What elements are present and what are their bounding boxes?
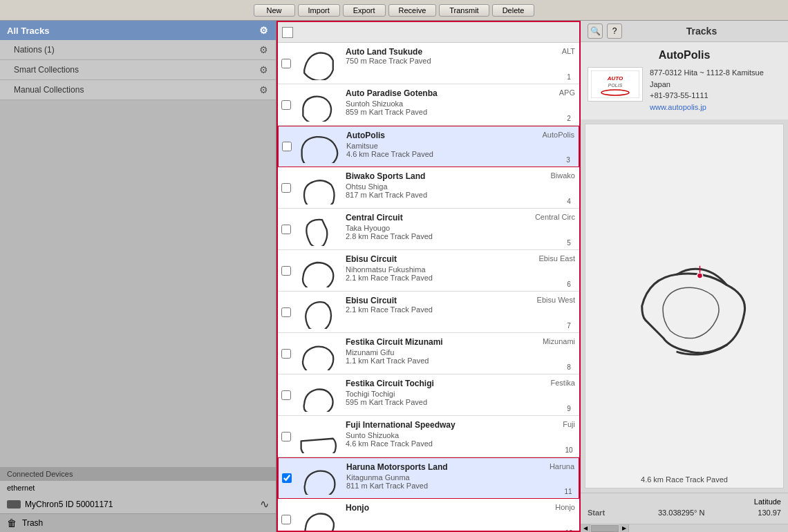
trash-icon: 🗑 <box>7 517 17 529</box>
track-checkbox-4[interactable] <box>278 209 294 249</box>
track-row[interactable]: Haruna Motorsports Land Kitagunma Gunma … <box>278 457 579 499</box>
track-row[interactable]: Ebisu Circuit 2.1 km Race Track Paved Eb… <box>278 292 579 333</box>
checkbox-4[interactable] <box>281 225 291 234</box>
track-checkbox-5[interactable] <box>278 250 294 291</box>
track-info-3: Biwako Sports Land Ohtsu Shiga 817 m Kar… <box>343 167 559 208</box>
track-code-4: Central Circ <box>535 213 575 221</box>
detail-stats: Latitude Start 33.038295° N 130.97 <box>581 493 788 524</box>
track-info-1: Auto Paradise Gotenba Suntoh Shizuoka 85… <box>343 84 559 125</box>
track-details-9: 4.6 km Race Track Paved <box>346 439 556 448</box>
track-row[interactable]: Central Circuit Taka Hyougo 2.8 km Race … <box>278 209 579 250</box>
track-row[interactable]: Auto Land Tsukude 750 m Race Track Paved… <box>278 43 579 84</box>
scroll-left-arrow[interactable]: ◀ <box>581 524 590 533</box>
track-list[interactable]: Auto Land Tsukude 750 m Race Track Paved… <box>278 43 579 531</box>
track-image-10 <box>295 458 344 498</box>
track-row[interactable]: Festika Circuit Mizunami Mizunami Gifu 1… <box>278 333 579 374</box>
track-image-6 <box>294 292 343 332</box>
track-checkbox-0[interactable] <box>278 43 294 84</box>
checkbox-7[interactable] <box>281 349 291 359</box>
track-location-1: Suntoh Shizuoka <box>346 99 556 108</box>
checkbox-9[interactable] <box>281 432 291 441</box>
track-info-7: Festika Circuit Mizunami Mizunami Gifu 1… <box>343 333 559 374</box>
receive-button[interactable]: Receive <box>388 4 437 17</box>
track-list-area: Auto Land Tsukude 750 m Race Track Paved… <box>276 21 581 532</box>
all-tracks-gear-icon[interactable]: ⚙ <box>258 25 269 36</box>
track-svg-6 <box>298 296 339 329</box>
track-info-2: AutoPolis Kamitsue 4.6 km Race Track Pav… <box>344 126 558 167</box>
track-code-3: Biwako <box>551 171 575 180</box>
track-code-1: APG <box>559 88 575 97</box>
main-layout: All Tracks ⚙ Nations (1) ⚙ Smart Collect… <box>0 21 788 532</box>
horizontal-scrollbar[interactable]: ◀ ▶ <box>581 524 788 532</box>
manual-collections-gear-icon[interactable]: ⚙ <box>258 84 269 95</box>
import-button[interactable]: Import <box>298 4 340 17</box>
select-all-checkbox[interactable] <box>282 27 293 38</box>
checkbox-10[interactable] <box>282 473 292 483</box>
all-tracks-header[interactable]: All Tracks ⚙ <box>0 21 276 40</box>
checkbox-3[interactable] <box>281 183 291 193</box>
track-details-0: 750 m Race Track Paved <box>346 57 556 65</box>
delete-button[interactable]: Delete <box>492 4 535 17</box>
track-row[interactable]: Ebisu Circuit Nihonmatsu Fukushima 2.1 k… <box>278 250 579 292</box>
track-checkbox-6[interactable] <box>278 292 294 332</box>
track-location-10: Kitagunma Gunma <box>346 473 555 482</box>
connected-devices-header: Connected Devices <box>0 467 276 481</box>
track-checkbox-11[interactable] <box>278 499 294 531</box>
track-row[interactable]: Fuji International Speedway Sunto Shizuo… <box>278 416 579 457</box>
device-icon <box>7 500 21 509</box>
latitude-value: 33.038295° N <box>658 509 704 517</box>
map-label: 4.6 km Race Track Paved <box>585 475 783 484</box>
track-row[interactable]: Festika Circuit Tochigi Tochigi Tochigi … <box>278 374 579 416</box>
track-svg-5 <box>298 254 339 287</box>
track-code-8: Festika <box>551 379 575 387</box>
track-checkbox-8[interactable] <box>278 374 294 415</box>
track-checkbox-10[interactable] <box>279 458 295 498</box>
track-row[interactable]: Biwako Sports Land Ohtsu Shiga 817 m Kar… <box>278 167 579 209</box>
new-button[interactable]: New <box>254 4 295 17</box>
track-row[interactable]: AutoPolis Kamitsue 4.6 km Race Track Pav… <box>278 126 579 167</box>
track-name-11: Honjo <box>346 503 556 513</box>
website-link[interactable]: www.autopolis.jp <box>650 103 706 111</box>
track-checkbox-3[interactable] <box>278 167 294 208</box>
track-checkbox-1[interactable] <box>278 84 294 125</box>
checkbox-8[interactable] <box>281 390 291 400</box>
track-row[interactable]: Auto Paradise Gotenba Suntoh Shizuoka 85… <box>278 84 579 126</box>
smart-collections-item[interactable]: Smart Collections ⚙ <box>0 60 276 80</box>
manual-collections-item[interactable]: Manual Collections ⚙ <box>0 80 276 100</box>
track-image-2 <box>295 126 344 167</box>
checkbox-5[interactable] <box>281 266 291 276</box>
track-details-5: 2.1 km Race Track Paved <box>346 274 556 282</box>
transmit-button[interactable]: Transmit <box>439 4 489 17</box>
track-location-2: Kamitsue <box>346 142 555 150</box>
trash-item[interactable]: 🗑 Trash <box>0 513 276 532</box>
track-checkbox-7[interactable] <box>278 333 294 374</box>
nations-gear-icon[interactable]: ⚙ <box>258 44 269 55</box>
track-checkbox-9[interactable] <box>278 416 294 457</box>
smart-collections-gear-icon[interactable]: ⚙ <box>258 64 269 75</box>
track-info-6: Ebisu Circuit 2.1 km Race Track Paved <box>343 292 559 332</box>
checkbox-11[interactable] <box>281 515 291 524</box>
scroll-thumb[interactable] <box>591 525 619 532</box>
all-tracks-label: All Tracks <box>7 26 49 36</box>
search-icon[interactable]: 🔍 <box>588 23 603 39</box>
track-row[interactable]: Honjo Honjo 12 <box>278 499 579 531</box>
scroll-right-arrow[interactable]: ▶ <box>619 524 629 533</box>
checkbox-6[interactable] <box>281 307 291 317</box>
checkbox-0[interactable] <box>281 59 291 68</box>
track-name-0: Auto Land Tsukude <box>346 47 556 57</box>
nations-item[interactable]: Nations (1) ⚙ <box>0 40 276 60</box>
checkbox-1[interactable] <box>281 100 291 110</box>
checkbox-2[interactable] <box>282 142 292 151</box>
track-details-8: 595 m Kart Track Paved <box>346 398 556 406</box>
track-checkbox-2[interactable] <box>279 126 295 167</box>
phone: +81-973-55-1111 <box>650 90 764 102</box>
track-svg-8 <box>298 379 339 412</box>
track-info-11: Honjo <box>343 499 559 531</box>
logo-box: AUTO POLIS <box>588 67 643 102</box>
track-name-10: Haruna Motorsports Land <box>346 462 555 472</box>
track-name-8: Festika Circuit Tochigi <box>346 379 556 388</box>
help-icon[interactable]: ? <box>607 23 622 39</box>
export-button[interactable]: Export <box>343 4 386 17</box>
track-image-5 <box>294 250 343 291</box>
track-code-9: Fuji <box>563 420 575 428</box>
